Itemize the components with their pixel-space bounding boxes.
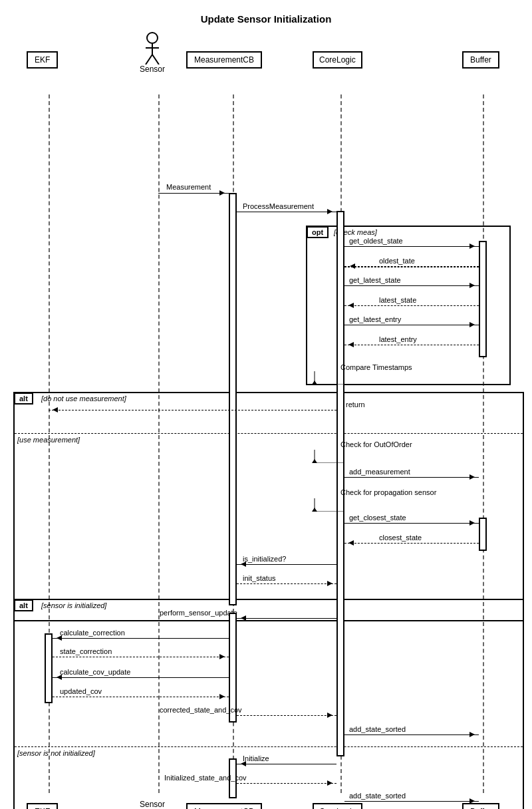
fragment-alt1-label: alt xyxy=(14,393,33,404)
fragment-alt1-condition: [do not use measurement] xyxy=(41,395,126,403)
svg-point-0 xyxy=(147,33,158,43)
svg-marker-32 xyxy=(219,694,225,699)
msg-updcov-dashed xyxy=(53,697,229,697)
msg-init-label: Initialize xyxy=(243,754,269,762)
sensor-label-bottom: Sensor xyxy=(140,800,165,809)
msg-statecorr-dashed xyxy=(53,657,229,657)
fragment-opt-label: opt xyxy=(307,226,329,238)
msg-closeststate-label: closest_state xyxy=(379,534,422,542)
msg-initstatus-label: init_status xyxy=(243,574,276,582)
msg-initstatus-dashed xyxy=(237,583,336,584)
svg-marker-24 xyxy=(469,520,475,526)
msg-latestentry-dashed xyxy=(344,345,479,345)
msg-propcheck-arrow xyxy=(311,498,348,512)
fragment-alt2-divider xyxy=(15,746,523,747)
svg-marker-23 xyxy=(312,508,317,512)
diagram-title: Update Sensor Initialization xyxy=(7,13,525,25)
msg-getlatest-label: get_latest_state xyxy=(349,276,401,284)
svg-marker-34 xyxy=(469,732,475,737)
svg-marker-15 xyxy=(312,381,317,385)
msg-calccorr-label: calculate_correction xyxy=(60,629,125,637)
svg-marker-27 xyxy=(327,581,332,586)
msg-comparets-arrow xyxy=(311,371,348,385)
msg-propcheck-label: Check for propagation sensor xyxy=(340,488,436,496)
svg-marker-6 xyxy=(327,209,332,214)
svg-marker-11 xyxy=(469,322,475,327)
msg-addstatesorted2-label: add_state_sorted xyxy=(349,792,406,800)
msg-updcov-label: updated_cov xyxy=(60,687,102,695)
lifeline-mcb-bottom: MeasurementCB xyxy=(186,803,262,809)
svg-marker-25 xyxy=(348,540,354,546)
lifeline-ekf-bottom: EKF xyxy=(27,803,58,809)
msg-latestentry-label: latest_entry xyxy=(379,335,417,343)
diagram-container: Update Sensor Initialization EKF Sensor … xyxy=(0,0,532,809)
msg-outoforder-label: Check for OutOfOrder xyxy=(340,440,412,448)
actor-icon xyxy=(142,31,162,65)
msg-getoldest-label: get_oldest_state xyxy=(349,237,403,245)
msg-addstatesorted1-label: add_state_sorted xyxy=(349,725,406,733)
lifeline-sensor-top: Sensor xyxy=(140,31,165,74)
activation-ekf-update xyxy=(45,633,53,703)
fragment-alt2-condition: [sensor is initialized] xyxy=(41,601,106,609)
lifeline-ekf-top: EKF xyxy=(27,51,58,69)
msg-oldeststate-label: oldest_tate xyxy=(379,257,415,265)
lifelines-header-bottom: EKF Sensor MeasurementCB CoreLogic Buffe… xyxy=(7,800,525,809)
lifeline-core-bottom: CoreLogic xyxy=(313,803,362,809)
lifeline-core-top: CoreLogic xyxy=(313,51,362,69)
svg-marker-12 xyxy=(348,342,354,347)
msg-return-dashed xyxy=(49,410,336,410)
svg-marker-36 xyxy=(327,780,332,786)
fragment-alt1-divider xyxy=(15,433,523,434)
msg-corrstatecov-label: corrected_state_and_cov xyxy=(160,706,242,714)
fragment-alt2-label: alt xyxy=(14,599,33,611)
activation-mcb-main xyxy=(229,193,237,605)
lifelines-header-top: EKF Sensor MeasurementCB CoreLogic Buffe… xyxy=(7,31,525,94)
msg-getlatestentry-label: get_latest_entry xyxy=(349,315,401,323)
msg-processmeas-label: ProcessMeasurement xyxy=(243,202,314,210)
fragment-alt2-alt-label: [sensor is not initialized] xyxy=(17,749,95,757)
activation-buffer-closest xyxy=(479,518,487,551)
activation-buffer-opt xyxy=(479,241,487,357)
msg-initstatecov-dashed xyxy=(237,783,336,784)
svg-line-4 xyxy=(152,55,159,65)
msg-initstatecov-label: Initialized_state_and_cov xyxy=(164,774,247,782)
msg-lateststate-dashed xyxy=(344,305,479,306)
msg-statecorr-label: state_correction xyxy=(60,647,112,655)
msg-performupdate-label: perform_sensor_update xyxy=(160,609,237,617)
fragment-alt1: alt [do not use measurement] [use measur… xyxy=(13,392,524,621)
msg-getclosest-label: get_closest_state xyxy=(349,514,406,522)
msg-outoforder-arrow xyxy=(311,450,348,463)
lifeline-mcb-top: MeasurementCB xyxy=(186,51,262,69)
msg-corrstatecov-dashed xyxy=(237,715,336,716)
msg-calccov-label: calculate_cov_update xyxy=(60,668,130,676)
activation-core-main xyxy=(336,211,344,756)
lifeline-sensor-bottom: Sensor xyxy=(140,800,165,809)
svg-marker-10 xyxy=(348,303,354,308)
sequence-area: opt [check meas] alt [do not use measure… xyxy=(7,94,525,793)
msg-addmeas-label: add_measurement xyxy=(349,468,410,476)
svg-marker-7 xyxy=(469,243,475,249)
lifeline-buffer-top: Buffer xyxy=(462,51,499,69)
svg-marker-33 xyxy=(327,713,332,718)
svg-marker-28 xyxy=(241,615,246,621)
svg-marker-8 xyxy=(350,263,355,269)
msg-return-label: return xyxy=(346,401,365,408)
msg-comparets-label: Compare Timestamps xyxy=(340,363,412,371)
svg-marker-30 xyxy=(219,654,225,659)
msg-lateststate-label: latest_state xyxy=(379,296,416,304)
msg-closeststate-dashed xyxy=(344,543,479,544)
svg-marker-5 xyxy=(219,190,225,196)
svg-line-3 xyxy=(146,55,152,65)
svg-marker-20 xyxy=(469,474,475,480)
sensor-label-top: Sensor xyxy=(140,65,165,74)
lifeline-buffer-bottom: Buffer xyxy=(462,803,499,809)
fragment-alt1-alt-label: [use measurement] xyxy=(17,436,80,444)
svg-marker-16 xyxy=(53,407,58,412)
svg-marker-9 xyxy=(469,283,475,288)
msg-isinit-label: is_initialized? xyxy=(243,555,286,563)
svg-marker-19 xyxy=(312,459,317,463)
msg-measurement-label: Measurement xyxy=(166,183,211,191)
